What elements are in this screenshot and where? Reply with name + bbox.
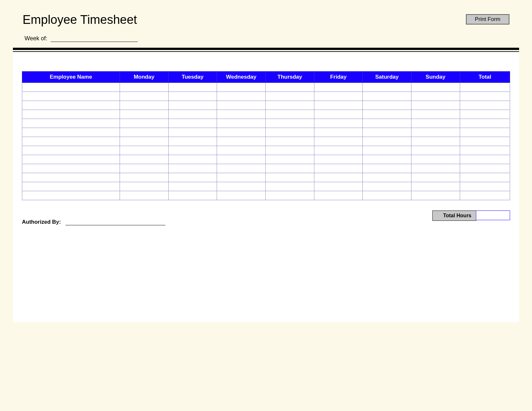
cell-total[interactable]	[460, 83, 510, 92]
cell-total[interactable]	[460, 182, 510, 191]
cell-tue[interactable]	[168, 92, 217, 101]
cell-fri[interactable]	[314, 191, 363, 200]
cell-employee[interactable]	[22, 137, 120, 146]
cell-total[interactable]	[460, 137, 510, 146]
cell-total[interactable]	[460, 155, 510, 164]
cell-wed[interactable]	[217, 137, 266, 146]
cell-employee[interactable]	[22, 128, 120, 137]
cell-wed[interactable]	[217, 92, 266, 101]
cell-tue[interactable]	[168, 128, 217, 137]
cell-employee[interactable]	[22, 164, 120, 173]
cell-fri[interactable]	[314, 128, 363, 137]
cell-tue[interactable]	[168, 155, 217, 164]
cell-mon[interactable]	[120, 128, 168, 137]
cell-total[interactable]	[460, 110, 510, 119]
cell-thu[interactable]	[265, 137, 314, 146]
cell-mon[interactable]	[120, 101, 168, 110]
cell-total[interactable]	[460, 146, 510, 155]
cell-total[interactable]	[460, 128, 510, 137]
cell-sat[interactable]	[363, 146, 411, 155]
cell-thu[interactable]	[265, 128, 314, 137]
cell-sat[interactable]	[363, 128, 411, 137]
cell-thu[interactable]	[265, 155, 314, 164]
cell-sat[interactable]	[363, 191, 411, 200]
cell-sat[interactable]	[363, 182, 411, 191]
cell-tue[interactable]	[168, 191, 217, 200]
cell-sun[interactable]	[411, 173, 460, 182]
cell-thu[interactable]	[265, 110, 314, 119]
cell-employee[interactable]	[22, 182, 120, 191]
cell-sat[interactable]	[363, 173, 411, 182]
cell-total[interactable]	[460, 119, 510, 128]
cell-mon[interactable]	[120, 137, 168, 146]
cell-thu[interactable]	[265, 92, 314, 101]
cell-sat[interactable]	[363, 164, 411, 173]
cell-sat[interactable]	[363, 137, 411, 146]
total-hours-input[interactable]	[476, 210, 510, 220]
cell-sat[interactable]	[363, 101, 411, 110]
cell-fri[interactable]	[314, 110, 363, 119]
cell-tue[interactable]	[168, 137, 217, 146]
cell-wed[interactable]	[217, 119, 266, 128]
cell-fri[interactable]	[314, 164, 363, 173]
cell-sun[interactable]	[411, 137, 460, 146]
cell-mon[interactable]	[120, 164, 168, 173]
cell-total[interactable]	[460, 173, 510, 182]
cell-total[interactable]	[460, 191, 510, 200]
cell-sat[interactable]	[363, 92, 411, 101]
cell-thu[interactable]	[265, 173, 314, 182]
cell-sun[interactable]	[411, 110, 460, 119]
cell-fri[interactable]	[314, 146, 363, 155]
cell-sun[interactable]	[411, 83, 460, 92]
cell-mon[interactable]	[120, 155, 168, 164]
cell-tue[interactable]	[168, 146, 217, 155]
cell-mon[interactable]	[120, 191, 168, 200]
cell-sun[interactable]	[411, 92, 460, 101]
week-of-input[interactable]	[51, 35, 138, 42]
cell-fri[interactable]	[314, 92, 363, 101]
cell-mon[interactable]	[120, 110, 168, 119]
cell-employee[interactable]	[22, 191, 120, 200]
cell-tue[interactable]	[168, 164, 217, 173]
cell-tue[interactable]	[168, 182, 217, 191]
cell-wed[interactable]	[217, 83, 266, 92]
cell-employee[interactable]	[22, 83, 120, 92]
cell-employee[interactable]	[22, 173, 120, 182]
cell-wed[interactable]	[217, 101, 266, 110]
cell-total[interactable]	[460, 101, 510, 110]
cell-tue[interactable]	[168, 83, 217, 92]
cell-sun[interactable]	[411, 101, 460, 110]
cell-total[interactable]	[460, 164, 510, 173]
cell-sun[interactable]	[411, 128, 460, 137]
cell-fri[interactable]	[314, 119, 363, 128]
cell-sun[interactable]	[411, 182, 460, 191]
cell-employee[interactable]	[22, 92, 120, 101]
cell-employee[interactable]	[22, 146, 120, 155]
cell-thu[interactable]	[265, 83, 314, 92]
cell-thu[interactable]	[265, 164, 314, 173]
cell-employee[interactable]	[22, 155, 120, 164]
cell-sun[interactable]	[411, 191, 460, 200]
cell-fri[interactable]	[314, 173, 363, 182]
cell-fri[interactable]	[314, 137, 363, 146]
cell-thu[interactable]	[265, 119, 314, 128]
cell-mon[interactable]	[120, 182, 168, 191]
cell-sat[interactable]	[363, 119, 411, 128]
cell-wed[interactable]	[217, 155, 266, 164]
cell-thu[interactable]	[265, 146, 314, 155]
cell-employee[interactable]	[22, 110, 120, 119]
print-button[interactable]: Print Form	[466, 14, 509, 24]
cell-tue[interactable]	[168, 119, 217, 128]
cell-wed[interactable]	[217, 191, 266, 200]
cell-sat[interactable]	[363, 83, 411, 92]
authorized-by-input[interactable]	[65, 219, 165, 225]
cell-thu[interactable]	[265, 182, 314, 191]
cell-sat[interactable]	[363, 110, 411, 119]
cell-wed[interactable]	[217, 164, 266, 173]
cell-mon[interactable]	[120, 92, 168, 101]
cell-wed[interactable]	[217, 110, 266, 119]
cell-sat[interactable]	[363, 155, 411, 164]
cell-sun[interactable]	[411, 164, 460, 173]
cell-wed[interactable]	[217, 173, 266, 182]
cell-sun[interactable]	[411, 146, 460, 155]
